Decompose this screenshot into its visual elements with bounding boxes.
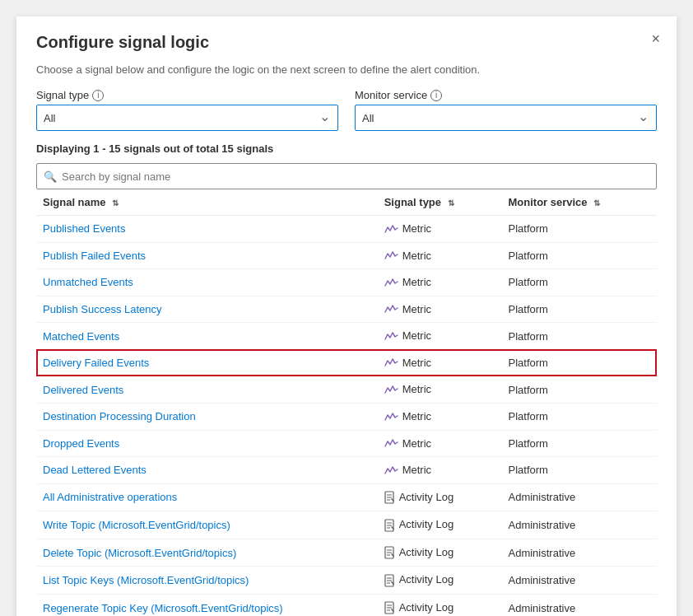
monitor-service-select[interactable]: All Platform Administrative (355, 105, 657, 131)
search-input[interactable] (62, 170, 649, 183)
signal-type-cell: Metric (378, 376, 502, 404)
signal-type-cell: Activity Log (378, 567, 502, 595)
signal-type-text: Activity Log (399, 491, 453, 503)
signal-type-select-wrapper: All Metric Activity Log (36, 105, 338, 131)
table-row[interactable]: Publish Failed Events MetricPlatform (36, 242, 657, 269)
sort-icon-monitor-service: ⇅ (593, 199, 600, 208)
monitor-service-cell: Platform (501, 376, 657, 404)
displaying-text: Displaying 1 - 15 signals out of total 1… (36, 142, 657, 155)
signal-type-cell: Metric (378, 296, 502, 323)
table-row[interactable]: Destination Processing Duration MetricPl… (36, 403, 657, 430)
signal-type-cell: Metric (378, 403, 502, 430)
signal-type-text: Metric (402, 303, 431, 315)
activity-log-icon (384, 573, 399, 586)
metric-icon (384, 437, 402, 450)
signal-type-text: Metric (402, 222, 431, 235)
col-header-signal-name[interactable]: Signal name ⇅ (36, 189, 378, 216)
search-icon: 🔍 (44, 170, 57, 183)
metric-icon (384, 383, 402, 395)
monitor-service-filter: Monitor service i All Platform Administr… (355, 89, 657, 131)
signal-name-link[interactable]: Published Events (43, 222, 125, 235)
signal-type-text: Metric (402, 383, 431, 395)
monitor-service-cell: Platform (501, 296, 657, 323)
table-row[interactable]: Write Topic (Microsoft.EventGrid/topics)… (36, 511, 657, 539)
metric-icon (384, 276, 402, 288)
activity-log-icon (384, 491, 399, 503)
signal-name-link[interactable]: Publish Success Latency (43, 303, 162, 315)
signal-type-cell: Metric (378, 430, 502, 457)
panel-description: Choose a signal below and configure the … (36, 63, 657, 76)
table-row[interactable]: Published Events MetricPlatform (36, 216, 657, 243)
sort-icon-signal-name: ⇅ (112, 199, 119, 208)
table-row[interactable]: Regenerate Topic Key (Microsoft.EventGri… (36, 594, 657, 616)
filter-row: Signal type i All Metric Activity Log Mo… (36, 89, 657, 131)
signal-name-link[interactable]: Dead Lettered Events (43, 464, 147, 476)
metric-icon (384, 303, 402, 315)
signal-name-link[interactable]: Destination Processing Duration (43, 410, 196, 422)
signal-type-text: Metric (402, 276, 431, 288)
signals-table: Signal name ⇅ Signal type ⇅ Monitor serv… (36, 189, 657, 616)
signal-type-info-icon[interactable]: i (92, 90, 104, 101)
close-button[interactable]: × (651, 31, 660, 46)
signal-type-cell: Activity Log (378, 539, 502, 567)
monitor-service-cell: Platform (501, 430, 657, 457)
monitor-service-info-icon[interactable]: i (430, 90, 442, 101)
table-row[interactable]: Matched Events MetricPlatform (36, 323, 657, 350)
signal-name-link[interactable]: Unmatched Events (43, 276, 133, 288)
sort-icon-signal-type: ⇅ (448, 199, 454, 208)
col-header-monitor-service[interactable]: Monitor service ⇅ (501, 189, 657, 216)
monitor-service-cell: Administrative (501, 567, 657, 595)
signal-name-link[interactable]: Delete Topic (Microsoft.EventGrid/topics… (43, 547, 236, 559)
monitor-service-cell: Administrative (501, 483, 657, 511)
col-header-signal-type[interactable]: Signal type ⇅ (378, 189, 502, 216)
monitor-service-cell: Platform (501, 403, 657, 430)
table-row[interactable]: Delivery Failed Events MetricPlatform (36, 349, 657, 376)
signal-type-text: Metric (402, 250, 431, 262)
metric-icon (384, 410, 402, 422)
signal-name-link[interactable]: Write Topic (Microsoft.EventGrid/topics) (43, 519, 230, 531)
monitor-service-cell: Platform (501, 349, 657, 376)
activity-log-icon (384, 518, 399, 530)
signal-type-text: Metric (402, 410, 431, 422)
table-row[interactable]: List Topic Keys (Microsoft.EventGrid/top… (36, 567, 657, 595)
table-body: Published Events MetricPlatformPublish F… (36, 216, 657, 617)
signal-type-label: Signal type i (36, 89, 338, 101)
signal-name-link[interactable]: List Topic Keys (Microsoft.EventGrid/top… (43, 574, 249, 586)
signal-name-link[interactable]: Dropped Events (43, 437, 119, 450)
signal-name-link[interactable]: Delivered Events (43, 384, 123, 396)
signal-name-link[interactable]: All Administrative operations (43, 491, 177, 503)
table-row[interactable]: Delivered Events MetricPlatform (36, 376, 657, 404)
table-row[interactable]: Delete Topic (Microsoft.EventGrid/topics… (36, 539, 657, 567)
monitor-service-cell: Administrative (501, 594, 657, 616)
table-row[interactable]: Publish Success Latency MetricPlatform (36, 296, 657, 323)
signal-name-link[interactable]: Delivery Failed Events (43, 357, 149, 369)
signal-type-select[interactable]: All Metric Activity Log (36, 105, 338, 131)
metric-icon (384, 222, 402, 235)
table-header: Signal name ⇅ Signal type ⇅ Monitor serv… (36, 189, 657, 216)
signal-name-link[interactable]: Regenerate Topic Key (Microsoft.EventGri… (43, 602, 283, 614)
signal-type-cell: Metric (378, 242, 502, 269)
signal-name-link[interactable]: Matched Events (43, 330, 119, 343)
table-row[interactable]: Unmatched Events MetricPlatform (36, 269, 657, 296)
activity-log-icon (384, 601, 399, 614)
monitor-service-cell: Administrative (501, 539, 657, 567)
signal-type-text: Metric (402, 329, 431, 342)
signal-type-cell: Activity Log (378, 483, 502, 511)
signal-type-text: Metric (402, 357, 431, 369)
monitor-service-cell: Platform (501, 216, 657, 243)
monitor-service-cell: Administrative (501, 511, 657, 539)
signal-type-cell: Metric (378, 216, 502, 243)
signal-type-text: Activity Log (399, 601, 453, 614)
table-row[interactable]: All Administrative operations Activity L… (36, 483, 657, 511)
signal-name-link[interactable]: Publish Failed Events (43, 250, 146, 262)
signal-type-cell: Metric (378, 323, 502, 350)
search-box: 🔍 (36, 163, 657, 189)
activity-log-icon (384, 546, 399, 558)
monitor-service-cell: Platform (501, 269, 657, 296)
signal-type-text: Metric (402, 437, 431, 450)
monitor-service-label: Monitor service i (355, 89, 657, 101)
monitor-service-cell: Platform (501, 323, 657, 350)
table-row[interactable]: Dropped Events MetricPlatform (36, 430, 657, 457)
signal-type-cell: Metric (378, 457, 502, 484)
table-row[interactable]: Dead Lettered Events MetricPlatform (36, 457, 657, 484)
